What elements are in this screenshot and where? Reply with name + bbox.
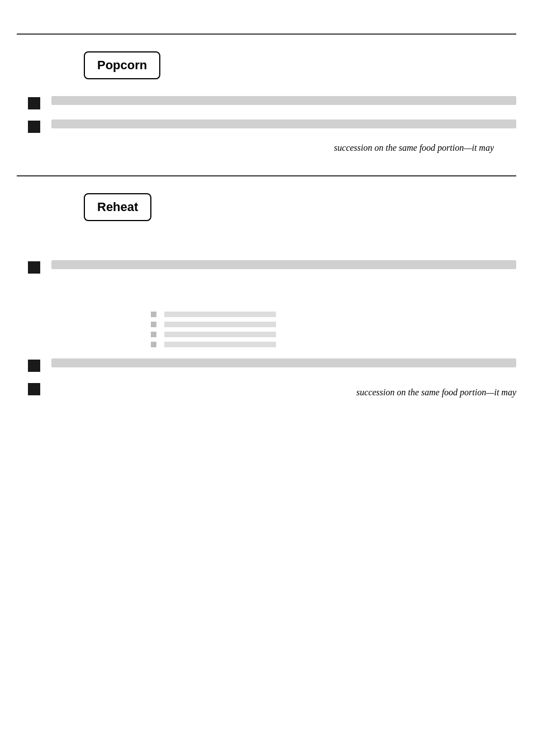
bullet-square — [28, 121, 40, 133]
list-item — [151, 322, 516, 327]
list-item — [17, 260, 516, 274]
sub-bullet-square — [151, 312, 156, 317]
sub-bullet-square — [151, 332, 156, 337]
section-reheat: Reheat — [0, 176, 533, 430]
italic-note-popcorn: succession on the same food portion—it m… — [17, 143, 516, 153]
list-item — [17, 358, 516, 372]
sub-bullet-content — [164, 332, 276, 337]
section-popcorn: Popcorn succession on the same food port… — [0, 35, 533, 175]
sub-bullet-square — [151, 322, 156, 327]
list-item — [151, 332, 516, 337]
list-item — [151, 342, 516, 347]
list-item — [17, 119, 516, 133]
page: Popcorn succession on the same food port… — [0, 0, 533, 756]
popcorn-label: Popcorn — [84, 51, 160, 79]
bullet-content — [51, 119, 516, 128]
list-item: succession on the same food portion—it m… — [17, 382, 516, 398]
italic-note-reheat: succession on the same food portion—it m… — [51, 387, 516, 398]
list-item — [151, 312, 516, 317]
bullet-square — [28, 383, 40, 395]
sub-bullet-content — [164, 342, 276, 347]
bullet-square — [28, 97, 40, 109]
list-item — [17, 96, 516, 109]
bullet-content — [51, 260, 516, 269]
sub-bullet-square — [151, 342, 156, 347]
bullet-square — [28, 360, 40, 372]
bullet-square — [28, 261, 40, 274]
sub-bullet-content — [164, 312, 276, 317]
bullet-content — [51, 96, 516, 105]
sub-bullets-list — [151, 312, 516, 347]
sub-bullet-content — [164, 322, 276, 327]
bullet-content — [51, 358, 516, 367]
reheat-label: Reheat — [84, 193, 151, 221]
